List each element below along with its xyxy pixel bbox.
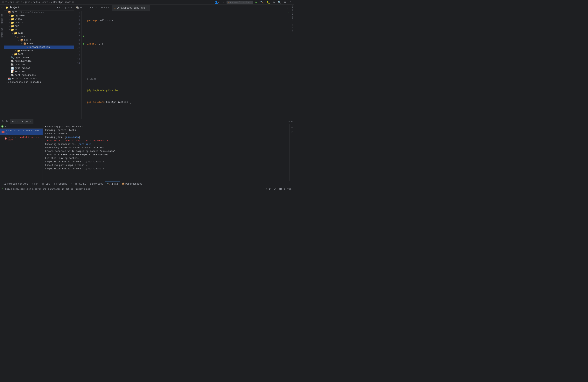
tree-item-gradlew[interactable]: 🐘 gradlew (4, 63, 74, 66)
debug-button[interactable]: 🐛 (266, 0, 271, 4)
run-config-label: CoreApplication (230, 1, 250, 3)
tree-item-resources[interactable]: › 📁 resources (4, 49, 74, 53)
run-line9-button[interactable] (82, 42, 85, 46)
nav-todo[interactable]: ☑ TODO (40, 181, 52, 187)
dots-icon[interactable]: ⋮ (64, 6, 67, 9)
user-icon[interactable]: 👤▾ (214, 0, 220, 4)
search-button[interactable]: 🔍 (277, 0, 282, 4)
tree-item-scratches[interactable]: › ✎ Scratches and Consoles (4, 81, 74, 84)
tree-item-idea[interactable]: › 📁 .idea (4, 18, 74, 21)
tree-item-hello[interactable]: ▾ 📦 hello (4, 39, 74, 42)
tree-item-out[interactable]: › 📁 out (4, 24, 74, 28)
tree-item-help[interactable]: 📝 HELP.md (4, 70, 74, 74)
collapse-icon[interactable]: ≡ (62, 6, 63, 9)
core-root-arrow[interactable]: ▾ (5, 11, 8, 13)
build-item-core[interactable]: ! core: build failed At 905 ms (0, 128, 42, 135)
status-encoding[interactable]: UTF-8 (279, 188, 285, 190)
code-content[interactable]: package hello.core; import ...; 1 usage … (85, 11, 287, 119)
sidebar-dropdown[interactable]: ▾ (57, 6, 58, 9)
tree-item-settings-gradle[interactable]: 🐘 settings.gradle (4, 74, 74, 77)
panel-settings-icon[interactable]: ⚙ (289, 120, 290, 123)
run-triangle-9[interactable] (83, 43, 84, 45)
more-button[interactable]: ⋮ (288, 0, 293, 4)
nav-run[interactable]: ▶ Run (30, 181, 40, 187)
scratches-arrow[interactable]: › (5, 81, 8, 84)
status-line-col[interactable]: 7:14 (266, 188, 271, 190)
ext-libs-arrow[interactable]: › (5, 78, 8, 80)
build-output[interactable]: Executing pre-compile tasks... Running '… (43, 124, 289, 181)
project-tab[interactable]: ≡ (1, 5, 3, 9)
build-button[interactable]: 🔨 (259, 0, 264, 4)
tree-item-gitignore[interactable]: 🔧 .gitignore (4, 56, 74, 60)
back-btn[interactable]: ◁ (222, 0, 225, 4)
nav-terminal[interactable]: >_ Terminal (69, 181, 88, 187)
run-config-dropdown[interactable]: ▾ (250, 1, 252, 3)
tab-coreapp[interactable]: ☕ CoreApplication.java ✕ (112, 5, 150, 11)
tree-item-main[interactable]: ▾ 📁 main (4, 32, 74, 35)
tree-item-core-pkg[interactable]: ▾ 📦 core (4, 42, 74, 45)
run-line7-button[interactable] (82, 34, 85, 38)
nav-services[interactable]: ⚙ Services (88, 181, 105, 187)
status-indent[interactable]: Tab↔ (287, 188, 293, 190)
status-lf[interactable]: LF (273, 188, 276, 190)
breadcrumb-main[interactable]: main (17, 1, 22, 4)
tree-item-core-root[interactable]: ▾ 📦 core ~/Desktop/study/core (4, 11, 74, 14)
tab-gradle-close[interactable]: ✕ (108, 6, 109, 9)
output-link-core-main-2[interactable]: core.main (79, 143, 91, 146)
coverage-button[interactable]: ⊕ (272, 0, 275, 4)
rebuild-icon[interactable]: ▶ (1, 125, 3, 127)
resources-arrow[interactable]: › (14, 50, 17, 52)
notifications-label[interactable]: Notifications (291, 5, 293, 21)
tree-item-gradle[interactable]: › 📁 .gradle (4, 14, 74, 18)
settings2-icon[interactable]: ⚙ (68, 6, 69, 9)
output-link-core-main-1[interactable]: core.main (66, 136, 79, 139)
nav-version-control[interactable]: ⎇ Version Control (1, 181, 30, 187)
core-pkg-arrow[interactable]: ▾ (20, 42, 23, 45)
tree-item-java[interactable]: ▾ ☕ java (4, 35, 74, 39)
main-arrow[interactable]: ▾ (11, 32, 14, 34)
build-wrap-icon[interactable]: ↵ (291, 130, 293, 134)
close-sidebar-icon[interactable]: — (71, 6, 72, 9)
tab-java-close[interactable]: ✕ (146, 7, 147, 9)
tree-item-test[interactable]: › 📁 test (4, 53, 74, 56)
panel-close-icon[interactable]: — (291, 120, 293, 123)
gradle-arrow[interactable]: › (8, 15, 11, 17)
out-arrow[interactable]: › (8, 25, 11, 27)
java-arrow[interactable]: ▾ (14, 36, 17, 38)
run-triangle-7[interactable] (83, 35, 84, 37)
tree-item-build-gradle[interactable]: 🐘 build.gradle (4, 60, 74, 63)
test-arrow[interactable]: › (11, 53, 14, 55)
src-arrow[interactable]: ▾ (8, 29, 11, 31)
build-output-close[interactable]: ✕ (30, 120, 31, 123)
tree-item-ext-libs[interactable]: › 📚 External Libraries (4, 77, 74, 81)
structure-tab[interactable]: Structure (0, 27, 3, 39)
breadcrumb-src[interactable]: src (10, 1, 14, 4)
idea-arrow[interactable]: › (8, 18, 11, 21)
run-button[interactable]: ▶ (255, 0, 258, 4)
gradle2-arrow[interactable]: › (8, 22, 11, 24)
bookmarks-tab[interactable]: Bookmarks (0, 13, 3, 25)
bottom-tab-build-output[interactable]: Build Output ✕ (10, 119, 33, 124)
run-config-selector[interactable]: ☕ CoreApplication ▾ (227, 0, 253, 4)
code-editor[interactable]: 1 2 3 4 5 6 7 8 9 10 11 12 13 14 (74, 11, 290, 119)
tree-item-src[interactable]: ▾ 📁 src (4, 28, 74, 32)
build-item-error[interactable]: ✕ error: invalid flag: --warn (0, 135, 42, 142)
settings-button[interactable]: ⚙ (284, 0, 287, 4)
tabs-menu-button[interactable]: ⋮ (284, 6, 290, 9)
breadcrumb-core2[interactable]: core (42, 1, 48, 4)
tree-item-gradle2[interactable]: › 📁 gradle (4, 21, 74, 24)
locate-icon[interactable]: ⊕ (59, 6, 61, 9)
build-stop-icon[interactable]: ⏹ (4, 125, 6, 127)
tree-item-coreapp[interactable]: ☕ CoreApplication (4, 45, 74, 49)
nav-build[interactable]: 🔨 Build (105, 181, 120, 187)
breadcrumb-java[interactable]: java (25, 1, 30, 4)
breadcrumb-hello[interactable]: hello (33, 1, 40, 4)
nav-problems[interactable]: ⚠ Problems (52, 181, 69, 187)
hello-arrow[interactable]: ▾ (17, 39, 20, 42)
breadcrumb-core[interactable]: core (1, 1, 7, 4)
tree-item-gradlew-bat[interactable]: 📄 gradlew.bat (4, 66, 74, 70)
build-filter-icon[interactable]: ☰ (290, 125, 294, 129)
tab-build-gradle[interactable]: 🐘 build.gradle (core) ✕ (74, 5, 112, 11)
gradle-label-strip[interactable]: Gradle (291, 24, 293, 32)
nav-dependencies[interactable]: 📦 Dependencies (120, 181, 144, 187)
